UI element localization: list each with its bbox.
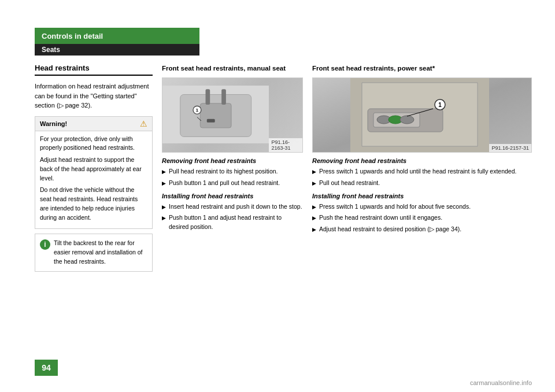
mid-remove-item-1: ▶ Pull head restraint to its highest pos… xyxy=(162,167,303,176)
page-number-box: 94 xyxy=(35,360,58,376)
section-label: Seats xyxy=(42,46,60,54)
info-icon: i xyxy=(40,239,50,250)
warning-item-1: For your protection, drive only with pro… xyxy=(40,135,147,153)
mid-remove-text-1: Pull head restraint to its highest posit… xyxy=(169,167,278,176)
bullet-arrow-6: ▶ xyxy=(312,180,316,188)
bullet-arrow-3: ▶ xyxy=(162,204,166,212)
head-restraints-heading: Head restraints xyxy=(35,64,153,76)
svg-rect-3 xyxy=(206,89,210,105)
main-content: Head restraints Information on head rest… xyxy=(35,64,532,357)
warning-content: For your protection, drive only with pro… xyxy=(35,131,152,229)
mid-remove-text-2: Push button 1 and pull out head restrain… xyxy=(169,179,280,188)
manual-seat-image: 1 P91.16-2163-31 xyxy=(162,77,303,153)
bullet-arrow-7: ▶ xyxy=(312,204,316,212)
bullet-arrow-2: ▶ xyxy=(162,180,166,188)
power-seat-illustration: 1 xyxy=(350,77,489,152)
warning-item-2: Adjust head restraint to support the bac… xyxy=(40,156,147,183)
svg-point-14 xyxy=(400,116,414,124)
right-col-heading: Front seat head restraints, power seat* xyxy=(312,64,532,73)
warning-label: Warning! xyxy=(40,120,67,127)
intro-text: Information on head restraint adjustment… xyxy=(35,82,153,110)
svg-rect-2 xyxy=(200,103,231,128)
power-seat-image: 1 P91.16-2157-31 xyxy=(312,77,532,153)
warning-header: Warning! ⚠ xyxy=(35,117,152,131)
mid-install-text-2: Push button 1 and adjust head restraint … xyxy=(169,213,303,232)
warning-icon: ⚠ xyxy=(140,119,147,128)
breadcrumb: Controls in detail xyxy=(42,32,103,40)
right-install-text-3: Adjust head restraint to desired positio… xyxy=(319,225,461,234)
right-image-label: P91.16-2157-31 xyxy=(489,144,531,152)
bullet-arrow-4: ▶ xyxy=(162,215,166,223)
bullet-arrow-9: ▶ xyxy=(312,226,316,234)
right-remove-heading: Removing front head restraints xyxy=(312,157,532,164)
info-box: i Tilt the backrest to the rear for easi… xyxy=(35,234,153,271)
bullet-arrow-1: ▶ xyxy=(162,168,166,176)
bullet-arrow-5: ▶ xyxy=(312,168,316,176)
right-column: Front seat head restraints, power seat* … xyxy=(312,64,532,357)
right-install-heading: Installing front head restraints xyxy=(312,193,532,199)
mid-image-label: P91.16-2163-31 xyxy=(269,138,302,152)
section-bar: Seats xyxy=(35,44,199,56)
right-remove-item-1: ▶ Press switch 1 upwards and hold until … xyxy=(312,167,532,176)
warning-box: Warning! ⚠ For your protection, drive on… xyxy=(35,116,153,230)
mid-remove-heading: Removing front head restraints xyxy=(162,157,303,164)
mid-column: Front seat head restraints, manual seat … xyxy=(162,64,312,357)
right-remove-text-2: Pull out head restraint. xyxy=(319,179,380,188)
manual-seat-illustration: 1 xyxy=(162,77,269,152)
right-install-text-2: Push the head restraint down until it en… xyxy=(319,213,442,223)
left-column: Head restraints Information on head rest… xyxy=(35,64,162,357)
mid-col-heading: Front seat head restraints, manual seat xyxy=(162,64,303,73)
header-bar: Controls in detail xyxy=(35,28,199,44)
svg-rect-4 xyxy=(221,89,226,105)
right-install-item-1: ▶ Press switch 1 upwards and hold for ab… xyxy=(312,202,532,212)
right-install-text-1: Press switch 1 upwards and hold for abou… xyxy=(319,202,471,212)
mid-remove-item-2: ▶ Push button 1 and pull out head restra… xyxy=(162,179,303,188)
right-install-item-2: ▶ Push the head restraint down until it … xyxy=(312,213,532,223)
bullet-arrow-8: ▶ xyxy=(312,215,316,223)
right-install-item-3: ▶ Adjust head restraint to desired posit… xyxy=(312,225,532,234)
mid-install-item-2: ▶ Push button 1 and adjust head restrain… xyxy=(162,213,303,232)
footer-watermark: carmanualsonline.info xyxy=(470,379,532,386)
mid-install-text-1: Insert head restraint and push it down t… xyxy=(169,202,302,212)
right-remove-item-2: ▶ Pull out head restraint. xyxy=(312,179,532,188)
mid-install-heading: Installing front head restraints xyxy=(162,193,303,199)
svg-text:1: 1 xyxy=(196,108,199,113)
right-remove-text-1: Press switch 1 upwards and hold until th… xyxy=(319,167,516,176)
mid-install-item-1: ▶ Insert head restraint and push it down… xyxy=(162,202,303,212)
svg-text:1: 1 xyxy=(439,102,442,108)
info-box-text: Tilt the backrest to the rear for easier… xyxy=(54,239,147,266)
website-label: carmanualsonline.info xyxy=(470,379,532,386)
warning-item-3: Do not drive the vehicle without the sea… xyxy=(40,186,147,222)
page-number: 94 xyxy=(42,363,51,372)
svg-rect-5 xyxy=(207,119,215,123)
